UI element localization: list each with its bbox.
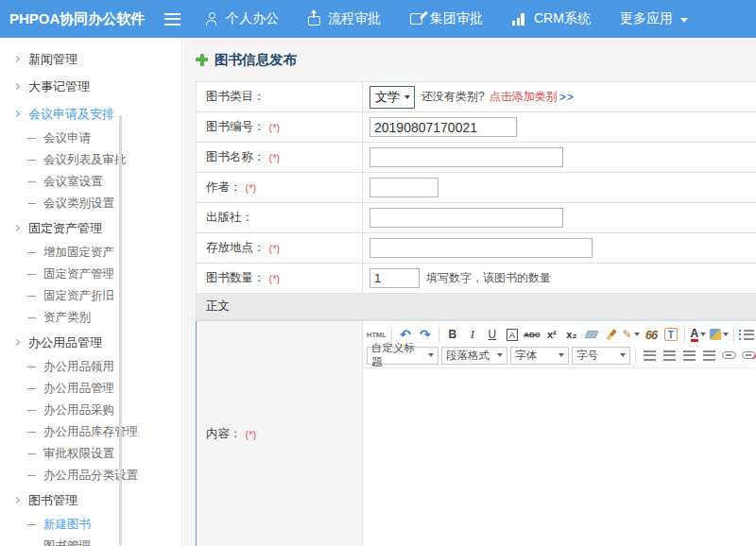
dash-icon <box>27 475 36 476</box>
book-number-input[interactable] <box>369 117 517 137</box>
editor-toolbar-row2: 自定义标题 段落格式 字体 字号 <box>365 345 754 366</box>
dropdown-caret-icon <box>428 353 434 357</box>
location-input[interactable] <box>369 238 593 258</box>
add-category-arrows[interactable]: >> <box>559 91 575 104</box>
category-select[interactable]: 文学 <box>369 86 415 109</box>
sidebar-group-events[interactable]: 大事记管理 <box>0 73 181 100</box>
editor-content-area[interactable] <box>365 367 754 546</box>
toolbar-separator <box>635 349 636 363</box>
sidebar-group-meetings[interactable]: 会议申请及安排 <box>0 100 181 128</box>
sidebar-item-asset-category[interactable]: 资产类别 <box>0 307 181 329</box>
bold-button[interactable]: B <box>444 326 461 344</box>
nav-crm-system[interactable]: CRM系统 <box>512 10 591 27</box>
sidebar-item-new-book[interactable]: 新建图书 <box>0 514 181 536</box>
sidebar-item-meeting-apply[interactable]: 会议申请 <box>0 128 181 149</box>
nav-process-approval[interactable]: 流程审批 <box>308 10 381 27</box>
sidebar: 新闻管理 大事记管理 会议申请及安排 会议申请 会议列表及审批 会议室设置 会议… <box>0 38 182 546</box>
remove-format-button[interactable] <box>583 326 600 344</box>
nav-group-approval[interactable]: 集团审批 <box>410 10 483 27</box>
font-size-select[interactable]: 字号 <box>572 347 630 365</box>
sidebar-group-fixed-assets[interactable]: 固定资产管理 <box>0 214 181 242</box>
align-center-icon <box>663 350 676 361</box>
pencil-color-button[interactable]: ✎ <box>623 326 640 344</box>
sidebar-item-book-manage[interactable]: 图书管理 <box>0 536 181 546</box>
subscript-button[interactable]: x₂ <box>563 326 580 344</box>
italic-button[interactable]: I <box>464 326 481 344</box>
add-category-link[interactable]: 点击添加类别 <box>490 89 558 105</box>
form-row-quantity: 图书数量：(*) 填写数字，该图书的数量 <box>197 264 756 294</box>
align-justify-button[interactable] <box>700 347 717 365</box>
dash-icon <box>27 203 36 204</box>
pencil-icon: ✎ <box>623 328 632 341</box>
page-title: 图书信息发布 <box>215 51 297 69</box>
book-name-label: 图书名称： <box>206 149 266 165</box>
form-row-location: 存放地点：(*) <box>197 233 756 264</box>
sidebar-item-asset-manage[interactable]: 固定资产管理 <box>0 264 181 285</box>
sidebar-group-office-supplies[interactable]: 办公用品管理 <box>0 329 181 356</box>
person-icon <box>205 12 218 26</box>
book-name-input[interactable] <box>369 147 563 167</box>
strikethrough-button[interactable]: ABC <box>524 326 541 344</box>
blockquote-button[interactable]: 66 <box>643 326 660 344</box>
align-center-button[interactable] <box>661 347 678 365</box>
form-row-content: 内容： (*) HTML ↶ ↷ B I U A ABC <box>197 320 756 546</box>
align-right-button[interactable] <box>680 347 697 365</box>
form-row-publisher: 出版社： <box>197 203 756 233</box>
form-row-book-name: 图书名称：(*) <box>197 143 756 173</box>
dash-icon <box>27 367 36 367</box>
sidebar-item-approval-permission[interactable]: 审批权限设置 <box>0 443 181 465</box>
sidebar-scrollbar[interactable] <box>119 115 122 546</box>
highlight-color-button[interactable] <box>710 326 729 344</box>
dropdown-caret-icon <box>700 333 706 336</box>
custom-title-select[interactable]: 自定义标题 <box>367 347 438 365</box>
sidebar-item-meeting-category[interactable]: 会议类别设置 <box>0 193 181 214</box>
hamburger-menu-icon[interactable] <box>164 13 180 26</box>
font-color-button[interactable]: A <box>690 326 707 344</box>
link-icon <box>722 351 736 359</box>
publisher-label: 出版社： <box>206 210 253 226</box>
category-hint: 还没有类别? <box>421 89 485 105</box>
dash-icon <box>27 388 36 389</box>
format-brush-button[interactable] <box>603 326 620 344</box>
chevron-right-icon <box>13 339 20 346</box>
app-window: PHPOA协同办公软件 个人办公 流程审批 集团审批 CRM系统 更多应用 <box>0 0 756 546</box>
sidebar-group-news[interactable]: 新闻管理 <box>0 45 181 73</box>
author-input[interactable] <box>369 178 438 197</box>
dash-icon <box>27 432 36 433</box>
process-approve-icon <box>308 16 320 26</box>
sidebar-item-meeting-list[interactable]: 会议列表及审批 <box>0 149 181 171</box>
superscript-button[interactable]: x² <box>543 326 560 344</box>
sidebar-item-supplies-inventory[interactable]: 办公用品库存管理 <box>0 421 181 443</box>
unlink-icon <box>742 351 756 359</box>
nav-more-apps[interactable]: 更多应用 <box>620 10 688 27</box>
sidebar-item-add-asset[interactable]: 增加固定资产 <box>0 242 181 264</box>
sidebar-item-asset-depreciation[interactable]: 固定资产折旧 <box>0 285 181 307</box>
rich-text-editor: HTML ↶ ↷ B I U A ABC x² x₂ ✎ <box>363 321 756 546</box>
align-justify-icon <box>703 350 715 361</box>
underline-button[interactable]: U <box>484 326 501 344</box>
sidebar-item-supplies-classification[interactable]: 办公用品分类设置 <box>0 465 181 486</box>
dash-icon <box>27 181 36 182</box>
sidebar-group-books[interactable]: 图书管理 <box>0 486 181 514</box>
main-content: 图书信息发布 图书类目： 文学 还没有类别? 点击添加类别 >> 图书编号：(*… <box>183 38 756 546</box>
paragraph-format-select[interactable]: 段落格式 <box>441 347 507 365</box>
quantity-input[interactable] <box>369 268 420 288</box>
paste-text-button[interactable]: T <box>662 326 679 344</box>
align-left-button[interactable] <box>641 347 658 365</box>
broom-icon <box>606 329 616 341</box>
ordered-list-button[interactable] <box>739 326 756 344</box>
nav-personal-office[interactable]: 个人办公 <box>205 10 279 27</box>
remove-link-button[interactable] <box>740 347 756 365</box>
font-style-button[interactable]: A <box>504 326 521 344</box>
font-family-select[interactable]: 字体 <box>510 347 569 365</box>
sidebar-item-supplies-purchase[interactable]: 办公用品采购 <box>0 400 181 421</box>
dash-icon <box>27 274 36 275</box>
font-color-icon: A <box>691 328 699 342</box>
dash-icon <box>27 296 36 297</box>
align-left-icon <box>644 350 656 361</box>
sidebar-item-supplies-manage[interactable]: 办公用品管理 <box>0 378 181 400</box>
publisher-input[interactable] <box>369 208 563 228</box>
insert-link-button[interactable] <box>720 347 737 365</box>
sidebar-item-meeting-room[interactable]: 会议室设置 <box>0 171 181 193</box>
sidebar-item-supplies-claim[interactable]: 办公用品领用 <box>0 356 181 378</box>
